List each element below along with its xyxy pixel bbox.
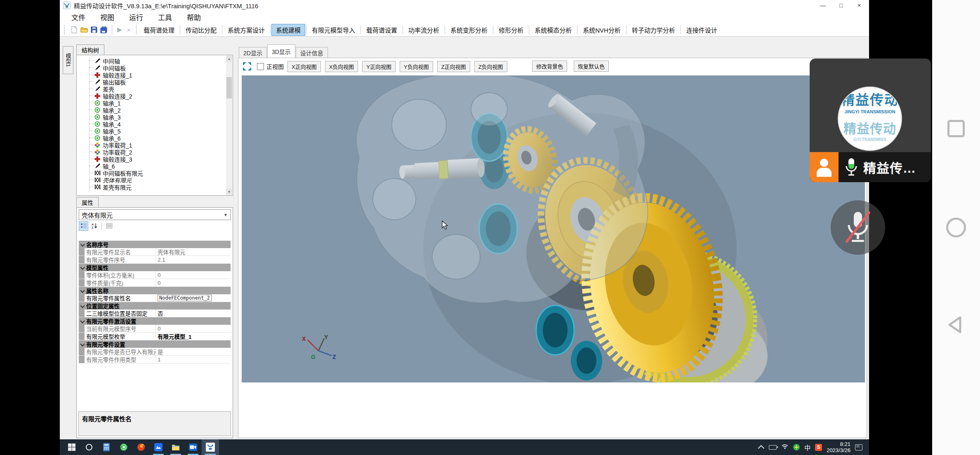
bg-button-1[interactable]: 修改背景色	[532, 61, 567, 72]
tree-item-18[interactable]: 壳体有限元	[77, 176, 226, 183]
view-button-2[interactable]: X负向视图	[325, 61, 358, 72]
property-row[interactable]: 零件体积(立方毫米)0	[79, 271, 231, 279]
save-icon[interactable]	[90, 26, 98, 34]
property-pages-icon[interactable]	[104, 221, 114, 231]
view-button-1[interactable]: X正向视图	[287, 61, 321, 72]
tree-item-17[interactable]: 中间辐板有限元	[77, 169, 226, 176]
property-category[interactable]: 模型属性	[79, 264, 231, 271]
meeting-overlay[interactable]: 精益传动 JINGYI TRANSMISSION 精益传动 GYI TRANSM…	[810, 59, 931, 182]
property-row[interactable]: 有限元零件序号2.1	[79, 256, 231, 264]
model-tab[interactable]: 模型1	[63, 46, 73, 74]
property-category[interactable]: 名称序号	[79, 241, 231, 248]
tree-scrollbar[interactable]: ▲ ▼	[226, 56, 232, 195]
ribbon-tab-4[interactable]: 系统建模	[272, 24, 305, 35]
view-button-6[interactable]: Z负向视图	[474, 61, 507, 72]
scroll-thumb[interactable]	[226, 77, 232, 99]
voov-meeting-icon[interactable]	[150, 439, 167, 455]
ribbon-tab-8[interactable]: 系统变形分析	[446, 24, 492, 35]
tree-item-10[interactable]: 轴承_4	[77, 120, 226, 127]
property-row[interactable]: 有限元零件是否已导入有限元是	[79, 348, 231, 356]
tree-item-3[interactable]: 轴毂连接_1	[77, 71, 226, 78]
properties-tab[interactable]: 属性	[76, 197, 99, 207]
property-row[interactable]: 有限元零件属性名NodeFEComponent_2	[79, 294, 231, 302]
mic-muted-button[interactable]	[831, 200, 885, 255]
ribbon-tab-10[interactable]: 系统模态分析	[530, 24, 576, 35]
file-explorer-icon[interactable]	[167, 439, 184, 455]
property-category[interactable]: 有限元零件激活设置	[79, 317, 231, 325]
stop-icon[interactable]: ×	[124, 26, 133, 33]
property-row[interactable]: 有限元模型枚举有限元模型_1	[79, 333, 231, 340]
ribbon-tab-3[interactable]: 系统方案设计	[224, 24, 269, 35]
menu-item-3[interactable]: 运行	[129, 12, 143, 22]
antivirus-icon[interactable]	[793, 444, 800, 450]
property-row[interactable]: 二三维模型位置是否固定否	[79, 310, 231, 317]
menu-item-4[interactable]: 工具	[158, 12, 172, 22]
run-icon[interactable]: ▶	[115, 26, 124, 33]
tree-item-5[interactable]: 差壳	[77, 85, 226, 92]
tree-item-6[interactable]: 轴毂连接_2	[77, 92, 226, 99]
tree-item-11[interactable]: 轴承_5	[77, 127, 226, 134]
tree-item-12[interactable]: 轴承_6	[77, 134, 226, 141]
view-button-4[interactable]: Y负向视图	[400, 61, 433, 72]
battery-icon[interactable]	[769, 445, 777, 450]
close-button[interactable]: ×	[850, 0, 868, 11]
property-row[interactable]: 有限元零件显示名壳体有限元	[79, 248, 231, 256]
view-button-5[interactable]: Z正向视图	[437, 61, 470, 72]
design-software-icon[interactable]	[202, 439, 219, 455]
sort-az-icon[interactable]: AZ	[90, 221, 99, 231]
clock[interactable]: 8:21 2023/3/26	[827, 441, 850, 453]
ribbon-tab-9[interactable]: 修形分析	[495, 24, 528, 35]
maximize-button[interactable]: □	[832, 0, 850, 11]
tree-item-7[interactable]: 轴承_1	[77, 99, 226, 106]
scroll-up-icon[interactable]: ▲	[226, 56, 232, 62]
ribbon-tab-6[interactable]: 载荷谱设置	[362, 24, 401, 35]
ribbon-tab-12[interactable]: 转子动力学分析	[628, 24, 679, 35]
new-file-icon[interactable]	[70, 26, 78, 34]
wifi-icon[interactable]	[781, 443, 789, 451]
tree-item-19[interactable]: 差壳有限元	[77, 183, 226, 190]
categorized-view-icon[interactable]	[79, 221, 88, 231]
3d-canvas[interactable]: X Y Z G	[242, 75, 865, 382]
view-button-3[interactable]: Y正向视图	[362, 61, 396, 72]
screen-recorder-icon[interactable]	[184, 439, 202, 455]
property-row[interactable]: 有限元零件作用类型1	[79, 356, 231, 364]
home-button[interactable]	[946, 218, 966, 237]
fit-view-icon[interactable]	[242, 61, 252, 72]
tree-item-15[interactable]: 轴毂连接_3	[77, 155, 226, 162]
property-category[interactable]: 位置固定属性	[79, 302, 231, 310]
tree-item-2[interactable]: 中间辐板	[77, 64, 226, 71]
property-row[interactable]: 零件质量(千克)0	[79, 279, 231, 287]
tree-item-8[interactable]: 轴承_2	[77, 106, 226, 113]
back-button[interactable]	[945, 315, 965, 336]
open-folder-icon[interactable]	[80, 26, 88, 34]
ime-indicator[interactable]: 中	[804, 443, 810, 452]
calculator-icon[interactable]	[98, 439, 115, 455]
tree-item-16[interactable]: 轴_6	[77, 162, 226, 169]
menu-item-1[interactable]: 文件	[71, 12, 85, 22]
firefox-icon[interactable]	[132, 439, 150, 455]
action-center-icon[interactable]	[855, 444, 862, 450]
component-selector[interactable]: 壳体有限元 ▼	[79, 209, 231, 220]
recents-button[interactable]	[947, 120, 965, 137]
tray-expand-icon[interactable]	[758, 445, 765, 451]
viewport-tab-3[interactable]: 设计信息	[296, 47, 328, 58]
tree-tab[interactable]: 结构树	[76, 45, 104, 55]
minimize-button[interactable]: —	[814, 0, 832, 11]
save-all-icon[interactable]	[100, 26, 108, 34]
bg-button-2[interactable]: 恢复默认色	[574, 61, 609, 72]
ribbon-tab-1[interactable]: 载荷谱处理	[139, 24, 179, 35]
ribbon-tab-5[interactable]: 有限元模型导入	[308, 24, 359, 35]
property-row[interactable]: 当前有限元模型序号0	[79, 325, 231, 333]
front-view-checkbox[interactable]	[257, 63, 264, 70]
tree-item-4[interactable]: 输出辐板	[77, 78, 226, 85]
ribbon-tab-7[interactable]: 功率流分析	[404, 24, 443, 35]
tree-item-13[interactable]: 功率载荷_1	[77, 141, 226, 148]
ribbon-tab-2[interactable]: 传动比分配	[181, 24, 221, 35]
ribbon-tab-13[interactable]: 连接件设计	[682, 24, 721, 35]
tree-item-14[interactable]: 功率载荷_2	[77, 148, 226, 155]
viewport-tab-1[interactable]: 2D显示	[239, 47, 267, 58]
sogou-icon[interactable]: S	[815, 444, 822, 451]
menu-item-2[interactable]: 视图	[100, 12, 114, 22]
tree-item-1[interactable]: 中间轴	[77, 57, 226, 64]
tree-item-9[interactable]: 轴承_3	[77, 113, 226, 120]
